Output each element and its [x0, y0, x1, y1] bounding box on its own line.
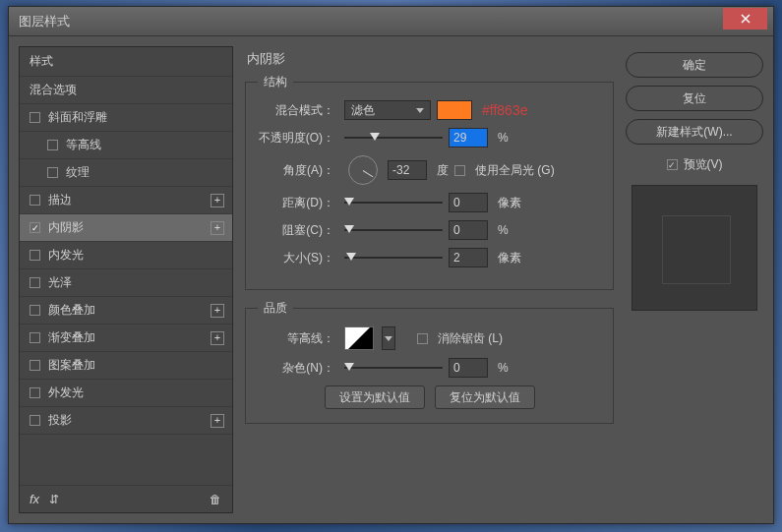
sidebar-item-label: 渐变叠加 [48, 329, 95, 346]
sidebar-item-label: 光泽 [48, 274, 72, 291]
sidebar-checkbox[interactable] [30, 332, 40, 343]
sidebar-footer: fx ⇵ 🗑 [20, 485, 232, 512]
sidebar-checkbox[interactable] [30, 277, 40, 288]
sidebar-item-label: 内阴影 [48, 219, 84, 236]
choke-input[interactable]: 0 [449, 220, 488, 240]
layer-style-dialog: 图层样式 样式 混合选项 斜面和浮雕等高线纹理描边+内阴影+内发光光泽颜色叠加+… [8, 6, 774, 524]
sidebar-checkbox[interactable] [30, 387, 40, 398]
sidebar-checkbox[interactable] [30, 195, 40, 206]
sidebar-checkbox[interactable] [30, 415, 40, 426]
choke-label: 阻塞(C)： [258, 222, 334, 239]
antialias-checkbox[interactable] [417, 333, 428, 344]
size-slider[interactable] [344, 251, 443, 265]
structure-legend: 结构 [258, 74, 293, 90]
opacity-input[interactable]: 29 [449, 128, 488, 148]
sidebar-item-label: 描边 [48, 192, 72, 208]
sidebar-item-9[interactable]: 图案叠加 [20, 352, 232, 380]
opacity-label: 不透明度(O)： [258, 130, 334, 147]
angle-label: 角度(A)： [258, 162, 334, 179]
new-style-button[interactable]: 新建样式(W)... [626, 119, 763, 145]
sidebar-item-6[interactable]: 光泽 [20, 269, 232, 297]
add-effect-icon[interactable]: + [211, 221, 224, 235]
global-light-label: 使用全局光 (G) [475, 162, 555, 179]
preview-toggle[interactable]: 预览(V) [626, 156, 763, 173]
choke-unit: % [498, 223, 509, 237]
sidebar-blending-options[interactable]: 混合选项 [20, 77, 232, 104]
sidebar-checkbox[interactable] [47, 140, 58, 150]
panel-title: 内阴影 [245, 50, 614, 68]
window-title: 图层样式 [15, 13, 723, 30]
distance-input[interactable]: 0 [449, 193, 488, 212]
sidebar-item-7[interactable]: 颜色叠加+ [20, 297, 232, 325]
contour-dropdown[interactable] [382, 326, 395, 350]
add-effect-icon[interactable]: + [211, 194, 224, 207]
sidebar-checkbox[interactable] [30, 360, 40, 371]
cancel-button[interactable]: 复位 [626, 86, 763, 111]
sidebar-item-4[interactable]: 内阴影+ [20, 214, 232, 242]
sidebar-checkbox[interactable] [47, 167, 58, 178]
add-effect-icon[interactable]: + [211, 331, 224, 345]
preview-box [632, 185, 757, 311]
opacity-unit: % [498, 131, 509, 145]
trash-icon[interactable]: 🗑 [209, 493, 222, 506]
structure-group: 结构 混合模式： 滤色 #ff863e 不透明度(O)： 29 % 角度(A)：… [245, 74, 614, 290]
sidebar-item-label: 内发光 [48, 247, 84, 264]
sidebar-item-5[interactable]: 内发光 [20, 242, 232, 269]
global-light-checkbox[interactable] [454, 165, 465, 176]
preview-checkbox[interactable] [667, 159, 678, 170]
blend-mode-select[interactable]: 滤色 [344, 100, 431, 120]
angle-unit: 度 [437, 162, 449, 179]
sidebar-checkbox[interactable] [30, 112, 40, 123]
make-default-button[interactable]: 设置为默认值 [325, 385, 425, 409]
contour-picker[interactable] [344, 326, 374, 350]
right-panel: 确定 复位 新建样式(W)... 预览(V) [626, 46, 763, 513]
styles-sidebar: 样式 混合选项 斜面和浮雕等高线纹理描边+内阴影+内发光光泽颜色叠加+渐变叠加+… [19, 46, 233, 513]
contour-label: 等高线： [258, 330, 334, 347]
size-input[interactable]: 2 [449, 248, 488, 267]
add-effect-icon[interactable]: + [211, 414, 224, 428]
close-icon [741, 14, 751, 24]
sidebar-item-0[interactable]: 斜面和浮雕 [20, 104, 232, 132]
reset-default-button[interactable]: 复位为默认值 [435, 385, 535, 409]
sidebar-item-11[interactable]: 投影+ [20, 407, 232, 435]
color-hex: #ff863e [482, 102, 527, 118]
size-label: 大小(S)： [258, 250, 334, 266]
sidebar-checkbox[interactable] [30, 250, 40, 261]
sidebar-item-2[interactable]: 纹理 [20, 159, 232, 187]
opacity-slider[interactable] [344, 131, 443, 145]
sidebar-item-label: 图案叠加 [48, 357, 95, 374]
choke-slider[interactable] [344, 223, 443, 237]
sidebar-item-label: 斜面和浮雕 [48, 109, 107, 126]
sidebar-checkbox[interactable] [30, 305, 40, 316]
antialias-label: 消除锯齿 (L) [438, 330, 503, 347]
noise-slider[interactable] [344, 361, 443, 375]
color-swatch[interactable] [437, 100, 472, 120]
distance-slider[interactable] [344, 196, 443, 209]
quality-group: 品质 等高线： 消除锯齿 (L) 杂色(N)： 0 % 设置为默认值 [245, 300, 614, 424]
chevron-up-down-icon[interactable]: ⇵ [47, 493, 61, 506]
noise-label: 杂色(N)： [258, 360, 334, 377]
sidebar-item-label: 外发光 [48, 384, 84, 401]
sidebar-header: 样式 [20, 47, 232, 77]
distance-label: 距离(D)： [258, 195, 334, 211]
noise-unit: % [498, 361, 509, 375]
close-button[interactable] [723, 8, 767, 30]
angle-input[interactable]: -32 [388, 160, 427, 180]
ok-button[interactable]: 确定 [626, 52, 763, 78]
settings-panel: 内阴影 结构 混合模式： 滤色 #ff863e 不透明度(O)： 29 % 角度… [241, 46, 618, 513]
sidebar-item-8[interactable]: 渐变叠加+ [20, 325, 232, 352]
blend-mode-label: 混合模式： [258, 102, 334, 119]
titlebar[interactable]: 图层样式 [9, 7, 773, 36]
sidebar-item-label: 等高线 [66, 137, 101, 153]
sidebar-item-1[interactable]: 等高线 [20, 132, 232, 159]
distance-unit: 像素 [498, 195, 521, 211]
noise-input[interactable]: 0 [449, 358, 488, 378]
sidebar-item-10[interactable]: 外发光 [20, 380, 232, 407]
sidebar-checkbox[interactable] [30, 222, 40, 233]
sidebar-item-label: 颜色叠加 [48, 302, 95, 319]
add-effect-icon[interactable]: + [211, 304, 224, 318]
sidebar-item-label: 投影 [48, 412, 72, 429]
sidebar-item-3[interactable]: 描边+ [20, 187, 232, 214]
fx-icon[interactable]: fx [30, 492, 39, 506]
angle-dial[interactable] [348, 155, 378, 185]
